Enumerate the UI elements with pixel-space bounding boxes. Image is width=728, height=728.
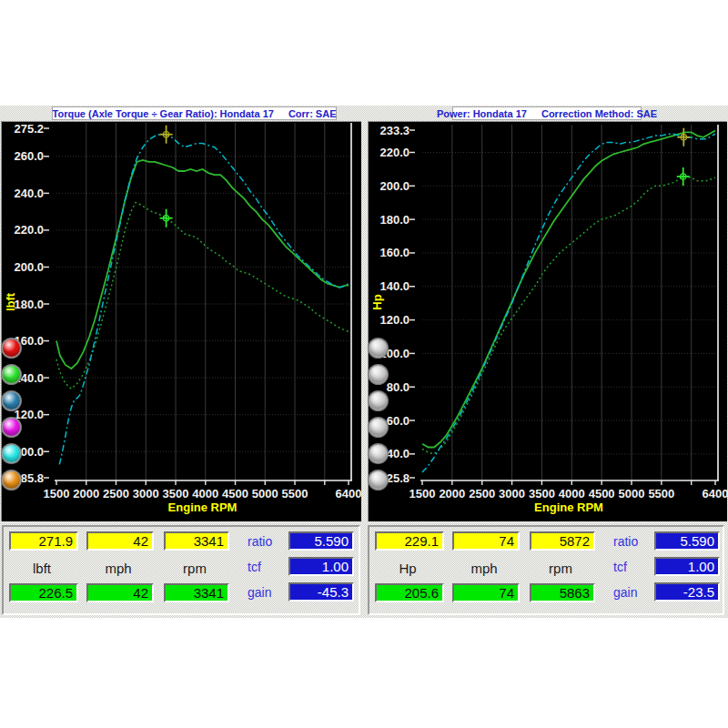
power-gain-label: gain xyxy=(613,583,637,602)
curve-torque-run-solid xyxy=(56,160,349,369)
power-readout-panel: 229.1 74 5872 Hp mph rpm 205.6 74 5863 r… xyxy=(368,525,724,615)
run-button-green[interactable] xyxy=(2,365,21,384)
torque-chart-title: Torque (Axle Torque ÷ Gear Ratio): Honda… xyxy=(53,108,274,119)
curve-power-run-solid xyxy=(422,131,715,448)
run-button-gray-1[interactable] xyxy=(369,339,388,358)
power-rpm-label: rpm xyxy=(530,560,592,578)
power-chart-correction-label: Correction Method: SAE xyxy=(541,108,657,119)
x-tick-label: 5500 xyxy=(643,487,680,500)
Hp-chart-canvas xyxy=(369,122,727,521)
y-tick-label: 160.0 xyxy=(366,246,410,259)
torque-tcf-label: tcf xyxy=(248,558,261,576)
torque-cursor-marker-green xyxy=(160,209,173,228)
torque-unit-label: lbft xyxy=(9,560,75,578)
power-cursor-marker-yellow xyxy=(677,128,690,147)
torque-cursor-mph: 42 xyxy=(86,531,154,551)
torque-cursor2-rpm: 3341 xyxy=(164,583,229,602)
y-tick-label: 240.0 xyxy=(0,187,44,200)
power-ratio-label: ratio xyxy=(613,532,638,551)
torque-ratio-value: 5.590 xyxy=(288,531,354,551)
y-tick-label: 233.3 xyxy=(366,124,410,137)
y-axis-unit-label: Hp xyxy=(370,284,385,320)
run-button-blue[interactable] xyxy=(2,391,21,410)
torque-chart-plot: 275.2260.0240.0220.0200.0180.0160.0140.0… xyxy=(1,121,361,521)
power-mph-label: mph xyxy=(452,560,516,578)
x-tick-label: 5500 xyxy=(277,487,313,500)
torque-tcf-value: 1.00 xyxy=(288,557,354,576)
torque-gain-value: -45.3 xyxy=(288,582,354,602)
run-button-gray-4[interactable] xyxy=(369,418,388,437)
power-cursor-marker-green xyxy=(677,167,690,186)
curve-power-run-dotted xyxy=(422,177,715,454)
run-button-gray-6[interactable] xyxy=(369,470,388,490)
power-tcf-label: tcf xyxy=(613,558,627,576)
y-axis-unit-label: lbft xyxy=(4,284,18,320)
y-tick-label: 200.0 xyxy=(0,260,44,274)
run-button-gray-3[interactable] xyxy=(369,391,388,410)
power-tcf-value: 1.00 xyxy=(654,557,720,576)
curve-power-run-dashdot xyxy=(422,134,715,472)
power-chart-plot: 233.3220.0200.0180.0160.0140.0120.0100.0… xyxy=(368,121,727,521)
x-tick-label: 6400 xyxy=(697,487,728,500)
torque-mph-label: mph xyxy=(86,560,150,578)
torque-ratio-label: ratio xyxy=(248,532,272,551)
power-chart-title: Power: Hondata 17 xyxy=(437,108,527,119)
run-button-orange[interactable] xyxy=(2,470,21,490)
power-unit-label: Hp xyxy=(375,560,440,578)
power-gain-value: -23.5 xyxy=(654,582,720,602)
power-cursor2-mph: 74 xyxy=(452,583,520,602)
y-tick-label: 275.2 xyxy=(0,122,44,136)
power-cursor2-rpm: 5863 xyxy=(530,583,595,602)
y-tick-label: 220.0 xyxy=(0,223,44,237)
run-button-gray-2[interactable] xyxy=(369,365,388,384)
dyno-software-screen: { "colors":{"title_blue":"#2222cc","axis… xyxy=(0,0,728,728)
x-axis-title: Engine RPM xyxy=(514,500,623,514)
power-cursor-mph: 74 xyxy=(452,531,520,551)
torque-chart-title-bar: Torque (Axle Torque ÷ Gear Ratio): Honda… xyxy=(52,106,337,120)
torque-readout-panel: 271.9 42 3341 lbft mph rpm 226.5 42 3341… xyxy=(2,525,360,615)
x-axis-title: Engine RPM xyxy=(148,500,258,514)
power-cursor-rpm: 5872 xyxy=(530,531,595,551)
power-chart-title-bar: Power: Hondata 17 Correction Method: SAE xyxy=(452,106,642,120)
run-button-magenta[interactable] xyxy=(2,418,21,437)
torque-cursor2-mph: 42 xyxy=(86,583,154,602)
power-cursor-value: 229.1 xyxy=(375,531,444,551)
torque-cursor-marker-yellow xyxy=(160,126,173,144)
y-tick-label: 220.0 xyxy=(366,146,410,159)
power-ratio-value: 5.590 xyxy=(654,531,720,551)
run-button-cyan[interactable] xyxy=(2,444,21,463)
torque-rpm-label: rpm xyxy=(164,560,226,578)
torque-gain-label: gain xyxy=(248,583,271,602)
power-cursor2-value: 205.6 xyxy=(375,583,444,602)
torque-cursor-value: 271.9 xyxy=(9,531,78,551)
torque-cursor-rpm: 3341 xyxy=(164,531,229,551)
run-button-red[interactable] xyxy=(2,339,21,358)
torque-cursor2-value: 226.5 xyxy=(9,583,78,602)
y-tick-label: 200.0 xyxy=(366,179,410,193)
x-tick-label: 6400 xyxy=(330,487,367,500)
lbft-chart-canvas xyxy=(2,122,361,521)
y-tick-label: 180.0 xyxy=(366,213,410,227)
run-button-gray-5[interactable] xyxy=(369,444,388,463)
torque-chart-correction-label: Corr: SAE xyxy=(288,108,337,119)
y-tick-label: 260.0 xyxy=(0,149,44,163)
